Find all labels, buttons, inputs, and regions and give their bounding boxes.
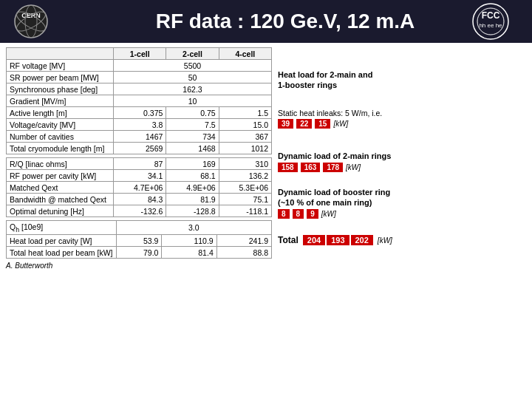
page-title: RF data : 120 Ge.V, 12 m.A (50, 10, 520, 33)
table-row: R/Q [linac ohms] 87 169 310 (7, 158, 272, 170)
dynamic-main-values: 158 163 178 [kW] (278, 163, 526, 172)
col-header-4cell: 4-cell (219, 48, 271, 60)
total-unit: [kW] (378, 236, 392, 245)
table-row: Optimal detuning [Hz] -132.6 -128.8 -118… (7, 205, 272, 217)
page: CERN RF data : 120 Ge.V, 12 m.A FCC hh e… (0, 0, 532, 399)
author-label: A. Butterworth (6, 262, 272, 270)
static-val-2: 22 (296, 119, 312, 129)
static-note-text: Static heat inleaks: 5 W/m, i.e. (278, 109, 526, 117)
data-table-area: 1-cell 2-cell 4-cell RF voltage [MV] 550… (6, 47, 272, 395)
annotations-panel: Heat load for 2-main and1-booster rings … (278, 47, 526, 395)
total-val-3: 202 (351, 235, 373, 245)
dynamic-main-val-1: 158 (278, 163, 298, 172)
dynamic-main-val-2: 163 (301, 163, 321, 172)
table-row: Bandwidth @ matched Qext 84.3 81.9 75.1 (7, 194, 272, 205)
table-row: RF voltage [MV] 5500 (7, 60, 272, 72)
dynamic-main-text: Dynamic load of 2-main rings (278, 151, 526, 161)
header: CERN RF data : 120 Ge.V, 12 m.A FCC hh e… (0, 0, 532, 43)
fcc-logo: FCC hh ee he (461, 2, 520, 41)
table-row: Synchronous phase [deg] 162.3 (7, 83, 272, 95)
heat-load-annotation: Heat load for 2-main and1-booster rings (278, 69, 526, 91)
section3-table: Qh [10e9] 3.0 Heat load per cavity [W] 5… (6, 220, 272, 259)
table-row: RF power per cavity [kW] 34.1 68.1 136.2 (7, 170, 272, 182)
section1-table: 1-cell 2-cell 4-cell RF voltage [MV] 550… (6, 47, 272, 154)
table-row: Matched Qext 4.7E+06 4.9E+06 5.3E+06 (7, 182, 272, 194)
total-val-2: 193 (327, 235, 349, 245)
main-content: 1-cell 2-cell 4-cell RF voltage [MV] 550… (0, 43, 532, 399)
dynamic-booster-val-3: 9 (307, 209, 318, 219)
dynamic-main-unit: [kW] (346, 163, 361, 171)
table-row: Heat load per cavity [W] 53.9 110.9 241.… (7, 235, 272, 247)
static-unit: [kW] (333, 120, 348, 128)
total-val-1: 204 (303, 235, 325, 245)
table-row: Qh [10e9] 3.0 (7, 221, 272, 235)
dynamic-booster-text: Dynamic load of booster ring(~10 % of on… (278, 187, 526, 208)
total-label: Total (278, 235, 299, 245)
col-header-1cell: 1-cell (114, 48, 166, 60)
dynamic-booster-values: 8 8 9 [kW] (278, 209, 526, 219)
table-row: Gradient [MV/m] 10 (7, 95, 272, 107)
static-val-1: 39 (278, 119, 293, 129)
dynamic-main-val-3: 178 (323, 163, 343, 172)
dynamic-booster-val-1: 8 (278, 209, 290, 219)
svg-text:FCC: FCC (482, 10, 500, 21)
cern-logo: CERN (12, 2, 50, 41)
col-header-2cell: 2-cell (166, 48, 219, 60)
static-annotation: Static heat inleaks: 5 W/m, i.e. 39 22 1… (278, 107, 526, 129)
section2-table: R/Q [linac ohms] 87 169 310 RF power per… (6, 157, 272, 217)
table-row: Total cryomodule length [m] 2569 1468 10… (7, 143, 272, 154)
table-row: SR power per beam [MW] 50 (7, 72, 272, 83)
dynamic-booster-annotation: Dynamic load of booster ring(~10 % of on… (278, 187, 526, 219)
heat-load-text: Heat load for 2-main and1-booster rings (278, 69, 526, 91)
table-row: Total heat load per beam [kW] 79.0 81.4 … (7, 247, 272, 259)
table-row: Voltage/cavity [MV] 3.8 7.5 15.0 (7, 119, 272, 131)
dynamic-booster-val-2: 8 (293, 209, 304, 219)
static-val-3: 15 (315, 119, 330, 129)
dynamic-main-annotation: Dynamic load of 2-main rings 158 163 178… (278, 151, 526, 172)
svg-point-0 (15, 5, 47, 38)
table-row: Active length [m] 0.375 0.75 1.5 (7, 107, 272, 119)
dynamic-booster-unit: [kW] (321, 210, 336, 218)
svg-text:hh ee he: hh ee he (479, 22, 502, 29)
svg-point-5 (473, 4, 508, 39)
table-row: Number of cavities 1467 734 367 (7, 131, 272, 143)
static-values: 39 22 15 [kW] (278, 119, 526, 129)
total-row: Total 204 193 202 [kW] (278, 235, 526, 245)
svg-text:CERN: CERN (21, 12, 41, 19)
